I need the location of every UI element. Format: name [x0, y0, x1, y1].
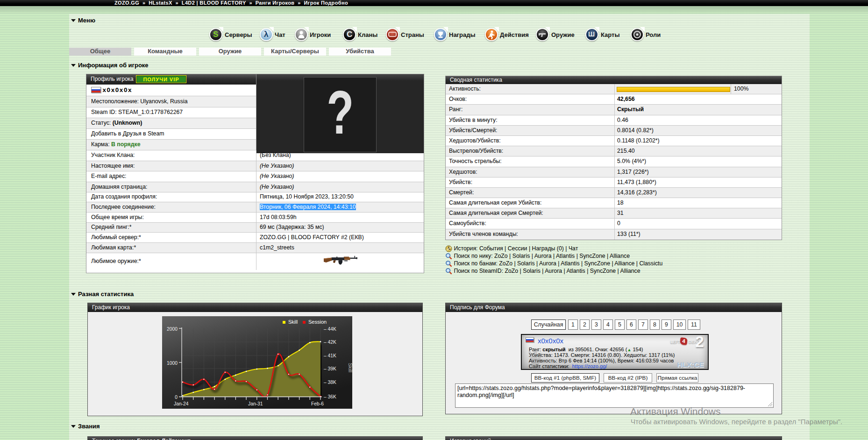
svg-text:– 38K: – 38K	[324, 380, 336, 385]
svg-text:– 36K: – 36K	[324, 394, 336, 399]
svg-text:Session: Session	[308, 319, 327, 325]
svg-text:– 42K: – 42K	[324, 340, 336, 345]
svg-text:Feb-6: Feb-6	[311, 401, 324, 406]
svg-text:Jan-31: Jan-31	[248, 401, 263, 406]
svg-text:– 41K: – 41K	[324, 353, 336, 358]
svg-text:Skill: Skill	[288, 319, 298, 325]
svg-text:2000: 2000	[167, 326, 178, 332]
svg-text:Skill: Skill	[348, 363, 352, 372]
svg-text:– 39K: – 39K	[324, 366, 336, 371]
svg-text:0: 0	[175, 395, 178, 400]
svg-text:– 44K: – 44K	[324, 326, 336, 332]
svg-text:1000: 1000	[167, 361, 178, 366]
svg-text:Jan-24: Jan-24	[174, 401, 189, 406]
